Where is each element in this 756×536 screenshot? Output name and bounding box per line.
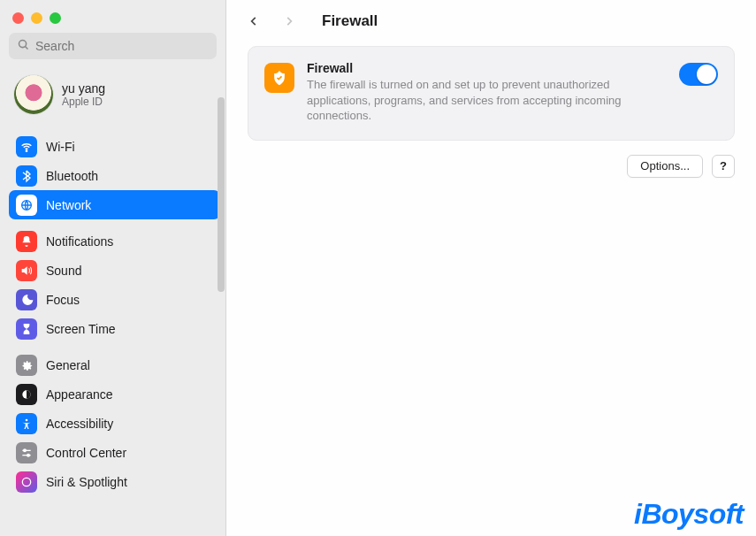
sidebar-item-label: Bluetooth [46,169,98,183]
toggle-knob [697,65,716,84]
sidebar-section-system: General Appearance Accessibility Control… [9,343,220,496]
scrollbar[interactable] [218,97,225,292]
sidebar-item-focus[interactable]: Focus [9,285,220,314]
sidebar-section-alerts: Notifications Sound Focus Screen Time [9,219,220,343]
sidebar-item-network[interactable]: Network [9,190,220,219]
sidebar-item-label: Control Center [46,446,126,460]
window-controls [0,0,225,33]
sidebar-item-label: Focus [46,293,80,307]
sidebar-item-label: Accessibility [46,417,113,431]
sidebar-item-label: Appearance [46,387,113,402]
svg-point-5 [26,418,28,421]
search-input[interactable] [9,33,217,59]
header: Firewall [226,0,756,46]
accessibility-icon [16,413,37,434]
footer-actions: Options... ? [226,141,756,178]
back-button[interactable] [246,13,262,29]
sidebar-item-accessibility[interactable]: Accessibility [9,409,220,438]
globe-icon [16,195,37,216]
sidebar-item-controlcenter[interactable]: Control Center [9,438,220,467]
firewall-icon [264,63,294,93]
svg-line-1 [26,47,28,50]
bell-icon [16,231,37,252]
sidebar-item-label: Network [46,198,91,212]
account-subtitle: Apple ID [62,96,105,108]
sidebar-item-appearance[interactable]: Appearance [9,379,220,409]
account-name: yu yang [62,81,105,96]
sidebar-item-label: Siri & Spotlight [46,475,127,489]
appearance-icon [16,384,37,405]
sidebar-item-sound[interactable]: Sound [9,256,220,285]
svg-point-0 [19,41,27,48]
forward-button[interactable] [281,13,297,29]
options-button[interactable]: Options... [627,155,703,178]
sidebar-item-bluetooth[interactable]: Bluetooth [9,161,220,190]
firewall-description: The firewall is turned on and set up to … [307,77,661,124]
speaker-icon [16,260,37,281]
help-button[interactable]: ? [712,155,735,178]
sidebar-item-general[interactable]: General [9,350,220,379]
page-title: Firewall [322,12,378,30]
hourglass-icon [16,318,37,340]
sliders-icon [16,442,37,463]
sidebar-section-network: Wi-Fi Bluetooth Network [9,125,220,219]
watermark: iBoysoft [634,498,744,531]
sidebar-item-notifications[interactable]: Notifications [9,226,220,256]
sidebar-item-label: Screen Time [46,322,116,336]
avatar [14,75,53,114]
main-content: Firewall Firewall The firewall is turned… [226,0,756,536]
wifi-icon [16,136,37,157]
siri-icon [16,471,37,493]
minimize-window-button[interactable] [31,12,42,24]
bluetooth-icon [16,165,37,187]
svg-point-10 [22,478,30,486]
firewall-title: Firewall [307,61,667,75]
svg-point-7 [24,449,27,452]
sidebar-item-account[interactable]: yu yang Apple ID [9,68,220,125]
close-window-button[interactable] [12,12,24,24]
moon-icon [16,289,37,310]
gear-icon [16,355,37,376]
sidebar-item-wifi[interactable]: Wi-Fi [9,132,220,161]
sidebar-item-label: Notifications [46,234,113,249]
firewall-toggle[interactable] [679,63,718,86]
svg-point-2 [26,150,27,151]
sidebar-scroll[interactable]: yu yang Apple ID Wi-Fi Bluetooth [0,68,225,536]
sidebar-item-label: Sound [46,264,81,278]
sidebar-item-label: Wi-Fi [46,140,75,154]
sidebar: yu yang Apple ID Wi-Fi Bluetooth [0,0,226,536]
svg-point-9 [27,454,30,456]
sidebar-item-label: General [46,358,90,372]
firewall-card: Firewall The firewall is turned on and s… [248,46,735,141]
sidebar-item-siri[interactable]: Siri & Spotlight [9,467,220,496]
search-row [9,33,217,59]
sidebar-item-screentime[interactable]: Screen Time [9,314,220,343]
search-icon [17,38,30,54]
fullscreen-window-button[interactable] [50,12,61,24]
